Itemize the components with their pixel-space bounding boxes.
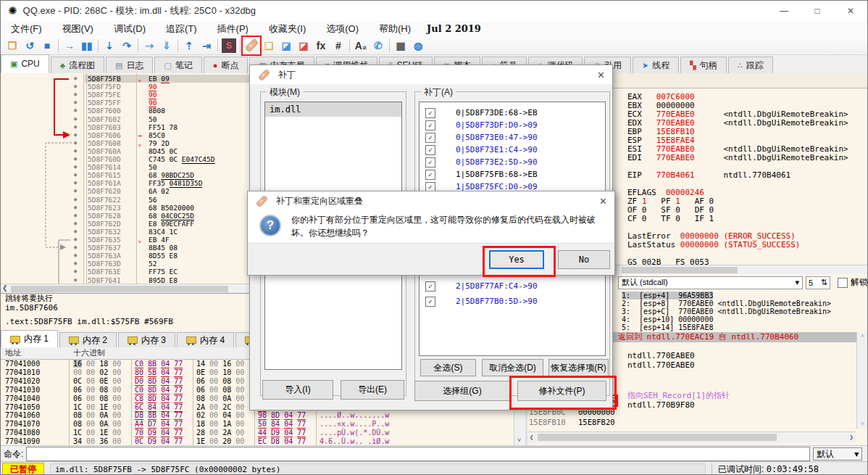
disasm-row[interactable]: ●5D8F76008B08 <box>1 107 251 115</box>
spinner-arrows-icon[interactable]: ⇅ <box>821 278 827 287</box>
breakpoint-dot-icon[interactable]: ● <box>74 91 81 99</box>
breakpoint-dot-icon[interactable]: ● <box>74 236 81 244</box>
stack-row[interactable]: 15E8FB1015E8FB20 <box>529 418 615 427</box>
checkbox-checked-icon[interactable]: ✓ <box>425 157 435 168</box>
breakpoint-dot-icon[interactable]: ● <box>74 204 81 212</box>
menu-item[interactable]: 追踪(T) <box>156 23 207 34</box>
tab-CPU[interactable]: ▣CPU <box>1 54 49 73</box>
label-icon[interactable]: ◪ <box>277 37 295 54</box>
memory-tab-4[interactable]: 内存 4 <box>177 332 234 347</box>
pause-icon[interactable]: ▮▮ <box>78 37 96 54</box>
tab-流程图[interactable]: ♣流程图 <box>51 57 104 73</box>
checkbox-checked-icon[interactable]: ✓ <box>425 108 435 118</box>
close-icon[interactable]: ✕ <box>599 196 607 207</box>
checkbox-checked-icon[interactable]: ✓ <box>425 133 435 143</box>
breakpoint-dot-icon[interactable]: ● <box>74 220 81 228</box>
comment-icon[interactable]: ❑ <box>260 37 277 54</box>
breakpoint-dot-icon[interactable]: ● <box>74 155 81 163</box>
scroll-thumb[interactable] <box>538 434 777 441</box>
calculator-icon[interactable]: ▦ <box>392 37 409 54</box>
disasm-row[interactable]: ●5D8F760250 <box>1 115 251 123</box>
trace-into-icon[interactable]: ⇢ <box>141 37 158 54</box>
import-button[interactable]: 导入(I) <box>262 380 333 400</box>
menu-item[interactable]: 选项(O) <box>316 23 369 34</box>
step-over-icon[interactable]: ↷ <box>118 37 135 54</box>
scroll-down-icon[interactable]: ˅ <box>857 420 868 427</box>
breakpoint-dot-icon[interactable]: ● <box>74 268 81 276</box>
hash-icon[interactable]: # <box>330 37 347 54</box>
run-to-user-code-icon[interactable]: ⇥ <box>198 37 215 54</box>
function-icon[interactable]: fx <box>312 37 330 54</box>
disasm-row[interactable]: ●5D8F75FE90 <box>1 91 251 99</box>
register-line[interactable]: EIP 770B4061 ntdll.770B4061 <box>627 171 790 180</box>
globe-icon[interactable]: ◍ <box>409 37 427 54</box>
tab-日志[interactable]: ▤日志 <box>106 57 153 73</box>
menu-item[interactable]: 视图(V) <box>52 23 104 34</box>
tab-跟踪[interactable]: ∴跟踪 <box>728 57 773 73</box>
breakpoint-dot-icon[interactable]: ● <box>74 123 81 131</box>
breakpoint-dot-icon[interactable]: ● <box>74 115 81 123</box>
breakpoint-dot-icon[interactable]: ● <box>74 75 81 83</box>
argument-count-stepper[interactable]: 5⇅ <box>806 276 830 289</box>
disasm-row[interactable]: ●5D8F760A8D45 0C <box>1 147 251 155</box>
breakpoint-dot-icon[interactable]: ● <box>74 163 81 171</box>
module-list-item[interactable]: im.dll <box>265 102 401 117</box>
argument-row[interactable]: 5: [esp+14] 15E8FAE8 <box>622 323 713 331</box>
breakpoint-dot-icon[interactable]: ● <box>74 196 81 204</box>
disasm-row[interactable]: ●5D8F763EFF75 EC <box>1 268 251 276</box>
stack-vscrollbar[interactable]: ˄ ˅ <box>856 332 868 429</box>
breakpoint-dot-icon[interactable]: ● <box>74 147 81 155</box>
disasm-hscrollbar[interactable]: ❮ <box>1 284 251 294</box>
tab-断点[interactable]: ●断点 <box>204 57 249 73</box>
checkbox-checked-icon[interactable]: ✓ <box>425 281 435 292</box>
overlap-dialog-titlebar[interactable]: 补丁和重定向区域重叠 ✕ <box>248 191 614 210</box>
pick-groups-button[interactable]: 选择组(G) <box>414 381 510 401</box>
no-button[interactable]: No <box>558 250 610 269</box>
breakpoint-dot-icon[interactable]: ● <box>74 107 81 115</box>
step-out-icon[interactable]: ⇡ <box>180 37 198 54</box>
checkbox-checked-icon[interactable]: ✓ <box>425 297 435 307</box>
menu-item[interactable]: 收藏夹(I) <box>259 23 316 34</box>
yes-button[interactable]: Yes <box>489 250 544 269</box>
disasm-row[interactable]: ●5D8F763A8D55 E8 <box>1 252 251 260</box>
breakpoint-dot-icon[interactable]: ● <box>74 212 81 220</box>
argument-row[interactable]: 4: [esp+10] 00000000 <box>622 315 713 323</box>
scroll-thumb[interactable] <box>622 267 738 273</box>
title-bar[interactable]: ✺ QQ.exe - PID: 268C - 模块: im.dll - 线程: … <box>1 1 867 22</box>
breakpoint-dot-icon[interactable]: ● <box>74 276 81 284</box>
disasm-row[interactable]: ●5D8F761450 <box>1 163 251 171</box>
menu-item[interactable]: 文件(F) <box>1 23 52 34</box>
patch-file-button[interactable]: 修补文件(P) <box>517 381 606 401</box>
patch-list-item[interactable]: ✓0|5D8F73E2:5D->90 <box>420 156 605 168</box>
register-line[interactable]: GS 002B FS 0053 <box>627 258 709 265</box>
restart-icon[interactable]: ↺ <box>21 37 38 54</box>
patch-list-item[interactable]: ✓1|5D8F75FB:68->EB <box>420 168 605 181</box>
patch-list-item[interactable]: ✓0|5D8F73E1:C4->90 <box>420 144 605 156</box>
patch-icon[interactable] <box>243 37 260 54</box>
scroll-up-icon[interactable]: ˄ <box>857 332 868 339</box>
disasm-row[interactable]: ●5D8F761AFF35 0481D35D <box>1 179 251 187</box>
select-all-button[interactable]: 全选(S) <box>420 359 476 376</box>
patch-dialog-titlebar[interactable]: 补丁 ✕ <box>250 65 612 84</box>
checkbox-checked-icon[interactable]: ✓ <box>425 170 435 180</box>
maximize-button[interactable]: □ <box>801 1 834 21</box>
menu-item[interactable]: 调试(D) <box>104 23 156 34</box>
command-input[interactable] <box>26 447 810 461</box>
disasm-row[interactable]: ●5D8F75FB⌄EB 09 <box>1 75 251 83</box>
breakpoint-dot-icon[interactable]: ● <box>74 99 81 107</box>
dump-row[interactable]: 7704109034 00 36 00 0C D9 04 77 1E 00 20… <box>1 437 527 445</box>
menu-item[interactable]: 插件(P) <box>207 23 259 34</box>
unlock-checkbox[interactable] <box>838 278 848 288</box>
register-line[interactable]: LastStatus 00000000 (STATUS_SUCCESS) <box>627 241 800 249</box>
memory-tab-2[interactable]: 内存 2 <box>59 332 117 347</box>
dump-row[interactable]: 770410801C 00 1E 00 70 D9 04 77 28 00 2A… <box>1 429 527 437</box>
scroll-right-icon[interactable]: ❯ <box>850 434 854 441</box>
scroll-left-icon[interactable]: ❮ <box>530 434 533 441</box>
breakpoint-dot-icon[interactable]: ● <box>74 83 81 91</box>
dump-row[interactable]: 7704106008 00 0A 00 D8 8B 04 77 02 00 04… <box>1 411 527 420</box>
disasm-row[interactable]: ●5D8F76378B45 08 <box>1 244 251 252</box>
argument-row[interactable]: 2: [esp+8] 770EABE0 <ntdll.DbgUiRemoteBr… <box>622 300 831 307</box>
tab-线程[interactable]: ➤线程 <box>633 57 679 73</box>
memory-tab-3[interactable]: 内存 3 <box>118 332 175 347</box>
breakpoint-dot-icon[interactable]: ● <box>74 131 81 139</box>
